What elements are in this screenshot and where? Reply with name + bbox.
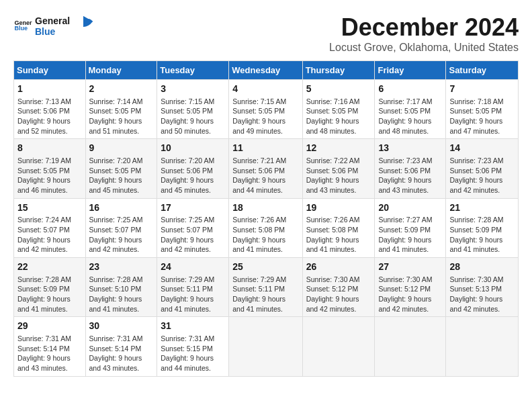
daylight: Daylight: 9 hours and 41 minutes. — [232, 295, 285, 313]
sunset: Sunset: 5:06 PM — [17, 107, 70, 115]
svg-text:Blue: Blue — [35, 26, 56, 37]
daylight: Daylight: 9 hours and 44 minutes. — [232, 176, 285, 194]
sunset: Sunset: 5:05 PM — [17, 167, 70, 175]
sunset: Sunset: 5:05 PM — [306, 107, 359, 115]
calendar-day-cell: 2Sunrise: 7:14 AMSunset: 5:05 PMDaylight… — [85, 80, 157, 139]
day-number: 2 — [89, 83, 154, 96]
col-monday: Monday — [85, 61, 157, 80]
daylight: Daylight: 9 hours and 42 minutes. — [449, 295, 502, 313]
day-number: 27 — [378, 261, 442, 274]
day-number: 19 — [306, 201, 371, 215]
calendar-day-cell: 11Sunrise: 7:21 AMSunset: 5:06 PMDayligh… — [229, 139, 302, 198]
day-number: 31 — [161, 320, 225, 333]
sunrise: Sunrise: 7:14 AM — [89, 97, 143, 105]
calendar-day-cell: 10Sunrise: 7:20 AMSunset: 5:06 PMDayligh… — [157, 139, 229, 198]
sunset: Sunset: 5:05 PM — [378, 107, 431, 115]
calendar-day-cell: 16Sunrise: 7:25 AMSunset: 5:07 PMDayligh… — [85, 198, 157, 257]
day-number: 25 — [232, 261, 298, 274]
sunset: Sunset: 5:08 PM — [306, 226, 359, 234]
sunrise: Sunrise: 7:28 AM — [449, 216, 503, 224]
calendar-day-cell: 27Sunrise: 7:30 AMSunset: 5:12 PMDayligh… — [375, 258, 446, 317]
sunrise: Sunrise: 7:19 AM — [17, 156, 71, 165]
daylight: Daylight: 9 hours and 45 minutes. — [89, 176, 142, 194]
calendar-day-cell: 29Sunrise: 7:31 AMSunset: 5:14 PMDayligh… — [14, 317, 86, 376]
day-number: 17 — [161, 201, 225, 215]
daylight: Daylight: 9 hours and 43 minutes. — [378, 176, 431, 194]
day-number: 3 — [161, 83, 225, 96]
calendar-day-cell: 1Sunrise: 7:13 AMSunset: 5:06 PMDaylight… — [14, 80, 86, 139]
day-number: 10 — [161, 142, 225, 155]
sunset: Sunset: 5:05 PM — [449, 107, 502, 115]
day-number: 16 — [89, 201, 154, 215]
calendar-day-cell: 13Sunrise: 7:23 AMSunset: 5:06 PMDayligh… — [375, 139, 446, 198]
sunrise: Sunrise: 7:31 AM — [89, 334, 143, 342]
sunset: Sunset: 5:07 PM — [89, 226, 142, 234]
col-tuesday: Tuesday — [157, 61, 229, 80]
sunrise: Sunrise: 7:30 AM — [306, 275, 360, 283]
calendar-day-cell — [229, 317, 302, 376]
calendar-week-row: 1Sunrise: 7:13 AMSunset: 5:06 PMDaylight… — [14, 80, 519, 139]
day-number: 12 — [306, 142, 371, 155]
day-number: 13 — [378, 142, 442, 155]
sunrise: Sunrise: 7:26 AM — [232, 216, 286, 224]
calendar-day-cell: 19Sunrise: 7:26 AMSunset: 5:08 PMDayligh… — [302, 198, 375, 257]
sunset: Sunset: 5:05 PM — [232, 107, 285, 115]
daylight: Daylight: 9 hours and 41 minutes. — [378, 236, 431, 254]
daylight: Daylight: 9 hours and 48 minutes. — [306, 117, 359, 135]
col-saturday: Saturday — [446, 61, 519, 80]
daylight: Daylight: 9 hours and 42 minutes. — [89, 236, 142, 254]
daylight: Daylight: 9 hours and 51 minutes. — [89, 117, 142, 135]
logo-icon: General Blue — [13, 16, 32, 35]
sunset: Sunset: 5:09 PM — [378, 226, 431, 234]
sunset: Sunset: 5:05 PM — [161, 107, 213, 115]
sunrise: Sunrise: 7:21 AM — [232, 156, 286, 165]
col-thursday: Thursday — [302, 61, 375, 80]
sunrise: Sunrise: 7:27 AM — [378, 216, 432, 224]
sunrise: Sunrise: 7:31 AM — [17, 334, 71, 342]
calendar-day-cell: 21Sunrise: 7:28 AMSunset: 5:09 PMDayligh… — [446, 198, 519, 257]
sunset: Sunset: 5:11 PM — [232, 285, 285, 293]
calendar-day-cell: 9Sunrise: 7:20 AMSunset: 5:05 PMDaylight… — [85, 139, 157, 198]
day-number: 5 — [306, 83, 371, 96]
calendar-day-cell: 4Sunrise: 7:15 AMSunset: 5:05 PMDaylight… — [229, 80, 302, 139]
daylight: Daylight: 9 hours and 41 minutes. — [17, 295, 71, 313]
sunset: Sunset: 5:05 PM — [89, 107, 142, 115]
calendar-day-cell: 20Sunrise: 7:27 AMSunset: 5:09 PMDayligh… — [375, 198, 446, 257]
logo: General Blue General Blue — [13, 13, 95, 38]
day-number: 24 — [161, 261, 225, 274]
sunrise: Sunrise: 7:23 AM — [378, 156, 432, 165]
sunset: Sunset: 5:14 PM — [17, 345, 70, 353]
day-number: 9 — [89, 142, 154, 155]
sunrise: Sunrise: 7:25 AM — [89, 216, 143, 224]
daylight: Daylight: 9 hours and 42 minutes. — [17, 236, 71, 254]
sunrise: Sunrise: 7:18 AM — [449, 97, 503, 105]
sunrise: Sunrise: 7:16 AM — [306, 97, 360, 105]
calendar-day-cell: 17Sunrise: 7:25 AMSunset: 5:07 PMDayligh… — [157, 198, 229, 257]
daylight: Daylight: 9 hours and 43 minutes. — [17, 354, 71, 372]
main-title: December 2024 — [329, 13, 519, 42]
calendar-day-cell — [375, 317, 446, 376]
daylight: Daylight: 9 hours and 52 minutes. — [17, 117, 71, 135]
subtitle: Locust Grove, Oklahoma, United States — [329, 42, 519, 54]
calendar-day-cell — [446, 317, 519, 376]
day-number: 7 — [449, 83, 515, 96]
sunrise: Sunrise: 7:20 AM — [89, 156, 143, 165]
calendar-day-cell: 14Sunrise: 7:23 AMSunset: 5:06 PMDayligh… — [446, 139, 519, 198]
day-number: 15 — [17, 201, 82, 215]
calendar-day-cell: 8Sunrise: 7:19 AMSunset: 5:05 PMDaylight… — [14, 139, 86, 198]
calendar-day-cell: 22Sunrise: 7:28 AMSunset: 5:09 PMDayligh… — [14, 258, 86, 317]
sunrise: Sunrise: 7:29 AM — [161, 275, 214, 283]
calendar-day-cell: 31Sunrise: 7:31 AMSunset: 5:15 PMDayligh… — [157, 317, 229, 376]
daylight: Daylight: 9 hours and 50 minutes. — [161, 117, 214, 135]
calendar-day-cell: 6Sunrise: 7:17 AMSunset: 5:05 PMDaylight… — [375, 80, 446, 139]
col-wednesday: Wednesday — [229, 61, 302, 80]
sunset: Sunset: 5:12 PM — [306, 285, 359, 293]
calendar-week-row: 29Sunrise: 7:31 AMSunset: 5:14 PMDayligh… — [14, 317, 519, 376]
daylight: Daylight: 9 hours and 49 minutes. — [232, 117, 285, 135]
sunset: Sunset: 5:15 PM — [161, 345, 213, 353]
daylight: Daylight: 9 hours and 46 minutes. — [17, 176, 71, 194]
day-number: 20 — [378, 201, 442, 215]
sunrise: Sunrise: 7:29 AM — [232, 275, 286, 283]
day-number: 18 — [232, 201, 298, 215]
calendar-day-cell: 25Sunrise: 7:29 AMSunset: 5:11 PMDayligh… — [229, 258, 302, 317]
